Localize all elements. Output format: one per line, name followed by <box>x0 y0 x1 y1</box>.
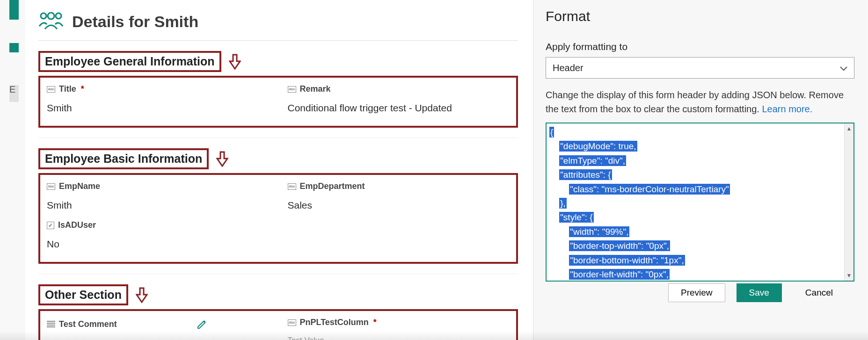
field-label: EmpDepartment <box>300 181 365 191</box>
help-text: Change the display of this form header b… <box>546 88 854 116</box>
field-empname[interactable]: Abc EmpName Smith <box>47 181 269 211</box>
form-header: Details for Smith <box>38 6 518 41</box>
required-marker: * <box>373 318 377 327</box>
field-value: Conditional flow trigger test - Updated <box>288 102 510 114</box>
scrollbar[interactable]: ▲ ▼ <box>844 123 853 281</box>
svg-point-1 <box>41 13 46 19</box>
format-buttons: Preview Save Cancel <box>546 283 854 302</box>
chevron-down-icon <box>840 63 847 73</box>
details-form-panel: Details for Smith Employee General Infor… <box>25 0 533 340</box>
field-value: Sales <box>288 200 510 211</box>
field-value: No <box>47 239 510 250</box>
page-title: Details for Smith <box>72 13 198 31</box>
group-icon <box>38 10 64 33</box>
field-title[interactable]: Abc Title * Smith <box>47 84 269 114</box>
edit-icon[interactable] <box>196 318 209 331</box>
down-arrow-icon <box>215 151 229 167</box>
side-truncated-label: E <box>9 84 15 95</box>
field-label: Title <box>59 84 76 94</box>
section-header-general: Employee General Information <box>38 51 518 72</box>
json-editor[interactable]: { "debugMode": true, "elmType": "div", "… <box>546 123 854 282</box>
nav-accent-2 <box>9 43 19 52</box>
bottom-shadow <box>0 331 868 340</box>
down-arrow-icon <box>228 53 242 70</box>
section-title-basic: Employee Basic Information <box>38 148 209 169</box>
apply-formatting-dropdown[interactable]: Header <box>546 57 854 79</box>
multiline-field-icon <box>47 321 55 327</box>
field-label: IsADUser <box>58 220 96 230</box>
format-panel: Format Apply formatting to Header Change… <box>533 0 867 340</box>
field-remark[interactable]: Abc Remark Conditional flow trigger test… <box>288 84 510 114</box>
cancel-button[interactable]: Cancel <box>793 283 845 302</box>
format-title: Format <box>546 8 854 24</box>
text-field-icon: Abc <box>288 319 296 326</box>
field-value: Smith <box>47 200 269 211</box>
section-basic-fields: Abc EmpName Smith Abc EmpDepartment Sale… <box>38 173 518 264</box>
required-marker: * <box>81 84 84 94</box>
text-field-icon: Abc <box>47 86 55 93</box>
svg-point-0 <box>48 13 54 19</box>
section-divider <box>38 134 518 138</box>
section-header-basic: Employee Basic Information <box>38 148 518 169</box>
left-nav-stub <box>9 0 22 281</box>
field-label: Test Comment <box>59 319 117 329</box>
section-title-other: Other Section <box>38 284 128 305</box>
field-label: Remark <box>300 84 331 94</box>
field-label: PnPLTestColumn <box>300 318 369 327</box>
save-button[interactable]: Save <box>737 283 782 302</box>
svg-point-2 <box>56 13 61 19</box>
scroll-up-icon[interactable]: ▲ <box>846 125 852 132</box>
scroll-down-icon[interactable]: ▼ <box>846 272 852 279</box>
section-title-general: Employee General Information <box>38 51 221 72</box>
down-arrow-icon <box>135 287 149 304</box>
checkbox-field-icon: ✓ <box>47 222 54 229</box>
text-field-icon: Abc <box>288 86 296 93</box>
text-field-icon: Abc <box>47 183 55 190</box>
field-empdept[interactable]: Abc EmpDepartment Sales <box>288 181 510 211</box>
apply-formatting-label: Apply formatting to <box>546 41 854 52</box>
nav-accent-1 <box>9 0 19 20</box>
learn-more-link[interactable]: Learn more. <box>762 104 812 114</box>
field-value: Smith <box>47 102 269 114</box>
preview-button[interactable]: Preview <box>668 283 725 302</box>
field-label: EmpName <box>59 181 100 191</box>
section-header-other: Other Section <box>38 284 518 305</box>
dropdown-value: Header <box>553 63 584 73</box>
text-field-icon: Abc <box>288 183 296 190</box>
section-divider <box>38 270 518 274</box>
field-isaduser[interactable]: ✓ IsADUser No <box>47 220 510 250</box>
section-general-fields: Abc Title * Smith Abc Remark Conditional… <box>38 76 518 128</box>
